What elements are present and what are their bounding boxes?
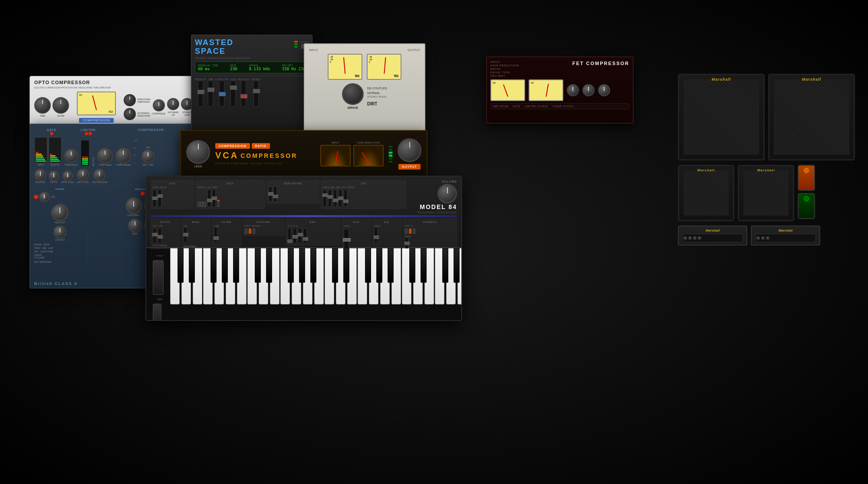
key-cs1[interactable] — [178, 248, 184, 283]
env-a-slider[interactable] — [288, 228, 291, 243]
drive-main-knob[interactable] — [342, 83, 364, 105]
fader-filtertype-thumb[interactable] — [219, 92, 226, 96]
key-gs1[interactable] — [222, 248, 228, 283]
fader-time[interactable] — [208, 81, 213, 107]
fader-highpass[interactable] — [241, 81, 246, 107]
lpf-track-slider[interactable] — [344, 190, 347, 207]
pedal-green[interactable] — [798, 193, 815, 219]
comp-attack-knob[interactable] — [97, 148, 113, 164]
fader-rate[interactable] — [230, 81, 236, 107]
lpf-freq-thumb[interactable] — [322, 193, 328, 197]
threshold-knob[interactable] — [64, 149, 78, 163]
mh-knob-1[interactable] — [684, 236, 687, 240]
fader-drywet-thumb[interactable] — [253, 89, 260, 93]
low-cut-knob[interactable] — [53, 226, 66, 239]
lfo-rate-thumb[interactable] — [152, 196, 158, 200]
chorus-sw1[interactable] — [405, 229, 408, 234]
mh-knob-4[interactable] — [698, 236, 701, 240]
fader-drywet[interactable] — [253, 81, 259, 107]
pitch-lpf-slider[interactable] — [158, 228, 161, 243]
fader-rate-thumb[interactable] — [230, 85, 237, 90]
lpf-env-thumb[interactable] — [333, 199, 338, 202]
key-ds1[interactable] — [189, 248, 195, 283]
mh2-knob-2[interactable] — [761, 236, 765, 240]
vca-output-button[interactable]: OUTPUT — [398, 164, 421, 170]
vca-level-slider[interactable] — [344, 229, 349, 251]
depth-knob[interactable] — [49, 170, 59, 181]
fader-highpass-thumb[interactable] — [240, 94, 247, 98]
lpf-res-thumb[interactable] — [328, 195, 333, 199]
key-as3[interactable] — [388, 248, 394, 283]
mh-knob-2[interactable] — [688, 236, 692, 240]
release-knob[interactable] — [34, 169, 46, 181]
chorus-sw3[interactable] — [413, 229, 415, 234]
fader-predelay-thumb[interactable] — [197, 90, 204, 94]
glide-slider[interactable] — [214, 227, 217, 242]
key-fs1[interactable] — [210, 248, 217, 283]
glide-thumb[interactable] — [214, 236, 219, 240]
lfo-delay-slider[interactable] — [158, 190, 161, 207]
dco-range-sw3[interactable] — [204, 202, 206, 207]
env-r-slider[interactable] — [303, 228, 307, 243]
mh2-knob-3[interactable] — [766, 236, 769, 240]
env-d-slider[interactable] — [293, 228, 296, 243]
mod-thumb[interactable] — [183, 233, 188, 236]
eq-freq-slider[interactable] — [374, 227, 378, 242]
lpf-res-slider[interactable] — [328, 190, 332, 207]
limit-release-knob[interactable] — [93, 169, 105, 181]
key-cs2[interactable] — [255, 248, 261, 283]
fet-knob-1[interactable] — [567, 84, 579, 96]
gate-level-knob[interactable] — [62, 170, 73, 181]
dco-pwm-slider[interactable] — [212, 190, 216, 207]
fader-filtertype[interactable] — [219, 81, 224, 107]
sub-slider[interactable] — [269, 186, 272, 202]
sub-thumb[interactable] — [268, 192, 273, 196]
mh2-knob-1[interactable] — [756, 236, 760, 240]
vca-right-knob[interactable] — [398, 138, 421, 162]
mix-knob[interactable] — [141, 150, 155, 163]
vca-left-knob[interactable] — [186, 140, 210, 164]
key-as2[interactable] — [310, 248, 316, 283]
opto-knob-sidechain[interactable] — [124, 94, 136, 106]
opto-knob-ext[interactable] — [124, 108, 136, 120]
key-ds4[interactable] — [421, 248, 427, 283]
lpf-lfo-slider[interactable] — [339, 190, 342, 207]
dco-range-sw1[interactable] — [197, 202, 200, 207]
lfo-rate-slider[interactable] — [153, 190, 156, 207]
env-s-thumb[interactable] — [298, 233, 303, 236]
eq-freq-thumb[interactable] — [374, 235, 379, 239]
mh-knob-3[interactable] — [693, 236, 697, 240]
vca-ratio-button[interactable]: RATIO — [252, 143, 270, 149]
env-s-slider[interactable] — [298, 228, 302, 243]
pitch-dco-thumb[interactable] — [152, 233, 158, 236]
key-ds3[interactable] — [343, 248, 349, 283]
opto-knob-slow[interactable] — [53, 97, 69, 114]
dco-lfo-slider[interactable] — [207, 190, 211, 207]
comp-release-knob[interactable] — [115, 148, 131, 164]
key-gs2[interactable] — [299, 248, 305, 283]
filter-knob[interactable] — [39, 192, 49, 202]
noise-thumb[interactable] — [273, 195, 278, 198]
fet-knob-2[interactable] — [582, 84, 595, 96]
vca-level-thumb[interactable] — [343, 238, 351, 242]
lfo-delay-thumb[interactable] — [158, 194, 163, 198]
lpf-lfo-thumb[interactable] — [338, 196, 343, 200]
pitch-lpf-thumb[interactable] — [158, 235, 163, 239]
fader-time-thumb[interactable] — [207, 88, 214, 92]
high-cut-knob[interactable] — [51, 204, 69, 221]
noise-slider[interactable] — [273, 186, 277, 202]
eq-gain1-knob[interactable] — [128, 219, 142, 232]
opto-knob-makeup[interactable] — [167, 98, 179, 110]
voicing-sw1[interactable] — [245, 229, 247, 234]
mod-slider[interactable] — [184, 227, 187, 242]
fader-predelay[interactable] — [198, 81, 203, 107]
chorus-sw2[interactable] — [409, 229, 411, 234]
key-cs4[interactable] — [409, 248, 415, 283]
key-gs3[interactable] — [376, 248, 382, 283]
synth-volume-knob[interactable] — [437, 184, 457, 203]
lpf-env-slider[interactable] — [333, 190, 337, 207]
env-d-thumb[interactable] — [293, 235, 298, 239]
env-r-thumb[interactable] — [303, 237, 308, 241]
key-cs3[interactable] — [332, 248, 338, 283]
pedal-orange[interactable] — [798, 165, 815, 191]
